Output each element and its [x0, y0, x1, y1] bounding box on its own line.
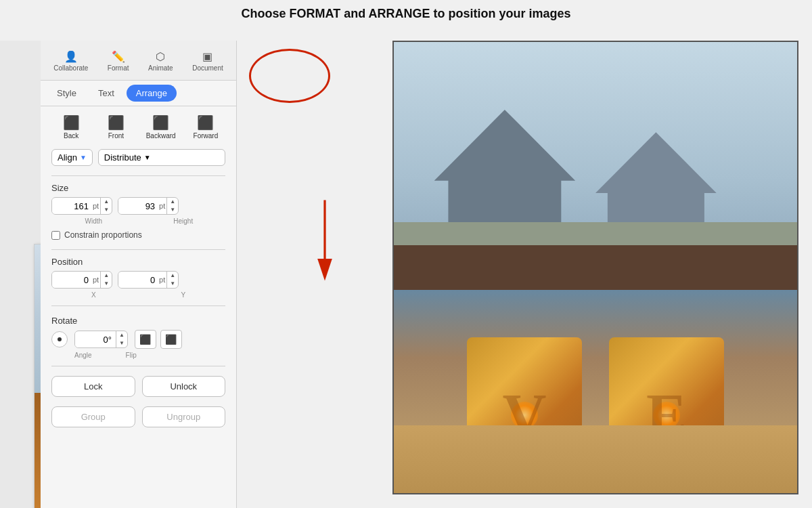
angle-input-wrap: ▲ ▼: [74, 331, 128, 348]
flip-buttons: ⬛ ⬛: [135, 330, 182, 349]
table-surface: [394, 425, 797, 493]
y-sub-label: Y: [141, 291, 226, 299]
angle-input[interactable]: [75, 332, 116, 347]
x-input[interactable]: [52, 272, 93, 288]
lock-button[interactable]: Lock: [51, 376, 135, 397]
rotate-row: ▲ ▼ ⬛ ⬛: [51, 330, 225, 349]
tab-text[interactable]: Text: [89, 85, 124, 102]
width-up-button[interactable]: ▲: [101, 198, 112, 206]
align-chevron-icon: ▼: [80, 154, 87, 161]
height-sub-label: Height: [141, 217, 226, 225]
position-label: Position: [51, 257, 225, 267]
distribute-dropdown[interactable]: Distribute ▼: [98, 149, 225, 166]
format-label: Format: [108, 64, 129, 72]
width-input[interactable]: [52, 198, 93, 214]
angle-down-button[interactable]: ▼: [116, 339, 127, 347]
front-label: Front: [108, 132, 124, 140]
photo-background: V E: [394, 42, 797, 493]
unlock-button[interactable]: Unlock: [142, 376, 226, 397]
flip-sub-label: Flip: [126, 352, 137, 359]
angle-stepper[interactable]: ▲ ▼: [116, 331, 127, 347]
collaborate-button[interactable]: 👤 Collaborate: [48, 47, 93, 75]
height-input[interactable]: [118, 198, 159, 214]
height-stepper[interactable]: ▲ ▼: [166, 198, 178, 214]
constrain-row: Constrain proportions: [51, 230, 225, 240]
angle-dial[interactable]: [51, 331, 68, 347]
forward-button[interactable]: ⬛ Forward: [186, 114, 225, 140]
animate-button[interactable]: ⬡ Animate: [143, 47, 179, 75]
document-label: Document: [192, 64, 223, 72]
back-icon: ⬛: [63, 114, 80, 131]
width-input-wrap: pt ▲ ▼: [51, 197, 112, 215]
forward-label: Forward: [194, 132, 219, 140]
rotate-sublabels: Angle Flip: [51, 352, 225, 359]
size-sub-labels: Width Height: [51, 217, 225, 225]
instruction-text: Choose FORMAT and ARRANGE to position yo…: [0, 7, 812, 21]
animate-label: Animate: [148, 64, 173, 72]
x-input-wrap: pt ▲ ▼: [51, 271, 112, 289]
width-sub-label: Width: [51, 217, 136, 225]
y-up-button[interactable]: ▲: [167, 272, 178, 280]
arrange-content: ⬛ Back ⬛ Front ⬛ Backward ⬛ Forward Alig…: [41, 106, 236, 441]
format-icon: ✏️: [112, 50, 125, 63]
rotate-section: Rotate ▲ ▼ ⬛ ⬛ Angle: [51, 316, 225, 359]
forward-icon: ⬛: [197, 114, 214, 131]
back-label: Back: [64, 132, 78, 140]
distribute-value: Distribute: [104, 152, 141, 163]
y-input-wrap: pt ▲ ▼: [118, 271, 179, 289]
y-input[interactable]: [118, 272, 159, 288]
align-dropdown[interactable]: Align ▼: [51, 149, 93, 166]
divider-1: [51, 175, 225, 176]
height-input-wrap: pt ▲ ▼: [118, 197, 179, 215]
front-button[interactable]: ⬛ Front: [96, 114, 135, 140]
animate-icon: ⬡: [156, 50, 165, 63]
angle-sub-label: Angle: [74, 352, 92, 359]
ungroup-button[interactable]: Ungroup: [142, 406, 226, 427]
flip-vertical-button[interactable]: ⬛: [160, 330, 182, 349]
document-icon: ▣: [202, 50, 212, 63]
size-row: pt ▲ ▼ pt ▲ ▼: [51, 197, 225, 215]
tab-arrange[interactable]: Arrange: [127, 85, 177, 102]
format-button[interactable]: ✏️ Format: [102, 47, 135, 75]
width-stepper[interactable]: ▲ ▼: [100, 198, 112, 214]
size-label: Size: [51, 183, 225, 193]
collaborate-icon: 👤: [64, 50, 78, 63]
position-sub-labels: X Y: [51, 291, 225, 299]
distribute-chevron-icon: ▼: [144, 154, 151, 161]
width-unit: pt: [93, 202, 100, 210]
backward-button[interactable]: ⬛ Backward: [141, 114, 181, 140]
front-icon: ⬛: [108, 114, 125, 131]
main-photo-area[interactable]: V E: [392, 41, 798, 494]
lock-unlock-row: Lock Unlock: [51, 376, 225, 397]
y-down-button[interactable]: ▼: [167, 280, 178, 288]
panel-toolbar: 👤 Collaborate ✏️ Format ⬡ Animate ▣ Docu…: [41, 41, 236, 81]
y-stepper[interactable]: ▲ ▼: [166, 272, 178, 288]
tab-style[interactable]: Style: [47, 85, 86, 102]
divider-3: [51, 305, 225, 306]
collaborate-label: Collaborate: [53, 64, 88, 72]
constrain-checkbox[interactable]: [51, 231, 60, 240]
group-button[interactable]: Group: [51, 406, 135, 427]
width-down-button[interactable]: ▼: [101, 206, 112, 214]
angle-up-button[interactable]: ▲: [116, 331, 127, 339]
y-unit: pt: [159, 276, 166, 284]
x-unit: pt: [93, 276, 100, 284]
arrow-annotation: [308, 196, 342, 284]
x-stepper[interactable]: ▲ ▼: [100, 272, 112, 288]
height-unit: pt: [159, 202, 166, 210]
x-sub-label: X: [51, 291, 136, 299]
backward-icon: ⬛: [152, 114, 169, 131]
position-row: pt ▲ ▼ pt ▲ ▼: [51, 271, 225, 289]
height-up-button[interactable]: ▲: [167, 198, 178, 206]
backward-label: Backward: [146, 132, 176, 140]
format-panel: 👤 Collaborate ✏️ Format ⬡ Animate ▣ Docu…: [41, 41, 237, 508]
x-down-button[interactable]: ▼: [101, 280, 112, 288]
rotate-label: Rotate: [51, 316, 225, 326]
document-button[interactable]: ▣ Document: [187, 47, 229, 75]
x-up-button[interactable]: ▲: [101, 272, 112, 280]
align-row: Align ▼ Distribute ▼: [51, 149, 225, 166]
height-down-button[interactable]: ▼: [167, 206, 178, 214]
back-button[interactable]: ⬛ Back: [51, 114, 91, 140]
flip-horizontal-button[interactable]: ⬛: [135, 330, 156, 349]
divider-2: [51, 249, 225, 250]
